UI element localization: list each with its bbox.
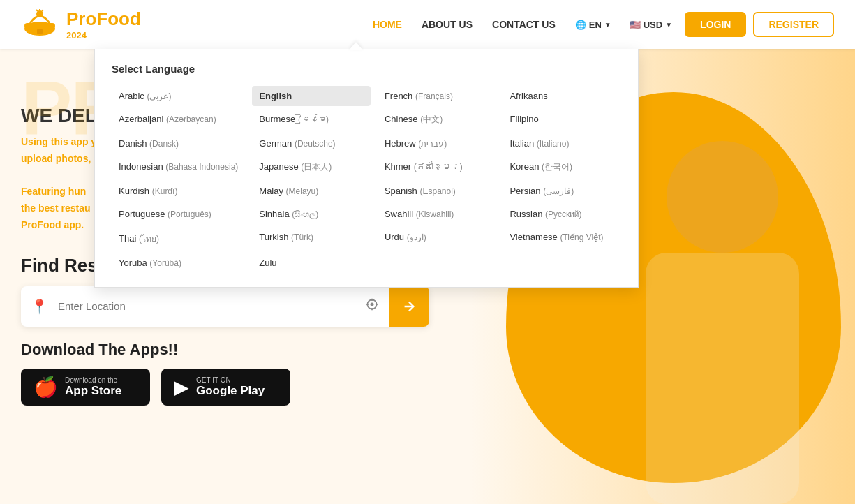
- chevron-down-icon-2: ▼: [665, 21, 672, 29]
- crosshair-icon: [365, 297, 379, 311]
- googleplay-small-text: GET IT ON: [196, 376, 265, 384]
- lang-item-zulu[interactable]: Zulu: [252, 253, 371, 273]
- lang-item-afrikaans[interactable]: Afrikaans: [503, 86, 621, 106]
- lang-item-khmer[interactable]: Khmer (ភាសាខ្មែរ): [378, 156, 496, 178]
- lang-item-russian[interactable]: Russian (Русский): [503, 204, 621, 224]
- nav-home[interactable]: HOME: [373, 19, 402, 30]
- appstore-small-text: Download on the: [65, 376, 121, 384]
- googleplay-big-text: Google Play: [196, 384, 265, 398]
- lang-item-urdu[interactable]: Urdu (اردو): [378, 227, 496, 250]
- lang-item-swahili[interactable]: Swahili (Kiswahili): [378, 204, 496, 224]
- currency-label: USD: [644, 20, 662, 30]
- svg-point-7: [667, 141, 778, 253]
- svg-point-2: [36, 10, 43, 17]
- apple-icon: 🍎: [34, 376, 58, 399]
- lang-item-japanese[interactable]: Japanese (日本人): [252, 156, 371, 178]
- lang-item-english[interactable]: English: [252, 86, 371, 106]
- nav-controls: 🌐 EN ▼ 🇺🇸 USD ▼ LOGIN REGISTER: [570, 12, 834, 37]
- appstore-big-text: App Store: [65, 384, 121, 398]
- navbar: ProFood 2024 HOME ABOUT US CONTACT US 🌐 …: [0, 0, 855, 49]
- logo-brand: ProFood: [66, 8, 141, 30]
- nav-contact[interactable]: CONTACT US: [492, 19, 556, 30]
- register-button[interactable]: REGISTER: [753, 12, 834, 37]
- language-dropdown: Select Language Arabic (عربي)EnglishFren…: [94, 49, 639, 288]
- lang-item-persian[interactable]: Persian (فارسی): [503, 181, 621, 201]
- gps-button[interactable]: [355, 297, 389, 315]
- svg-rect-8: [646, 253, 799, 504]
- lang-item-filipino[interactable]: Filipino: [503, 109, 621, 131]
- lang-item-danish[interactable]: Danish (Dansk): [112, 133, 245, 154]
- appstore-button[interactable]: 🍎 Download on the App Store: [21, 369, 150, 406]
- lang-item-french[interactable]: French (Français): [378, 86, 496, 106]
- lang-item-german[interactable]: German (Deutsche): [252, 133, 371, 154]
- location-pin-icon: 📍: [21, 298, 58, 315]
- login-button[interactable]: LOGIN: [685, 12, 746, 37]
- svg-rect-1: [24, 23, 55, 29]
- arrow-right-icon: [401, 299, 417, 314]
- language-button[interactable]: 🌐 EN ▼: [570, 15, 617, 34]
- lang-item-hebrew[interactable]: Hebrew (עברית): [378, 133, 496, 154]
- logo-text: ProFood 2024: [66, 8, 141, 40]
- svg-point-14: [371, 304, 373, 306]
- flag-icon: 🇺🇸: [630, 20, 641, 30]
- svg-rect-6: [37, 29, 43, 34]
- googleplay-icon: ▶: [174, 376, 189, 399]
- search-button[interactable]: [389, 286, 429, 327]
- logo-year: 2024: [66, 30, 141, 40]
- dropdown-arrow: [349, 42, 363, 50]
- nav-about[interactable]: ABOUT US: [422, 19, 473, 30]
- location-bar: 📍: [21, 286, 429, 327]
- lang-item-malay[interactable]: Malay (Melayu): [252, 181, 371, 201]
- lang-item-yoruba[interactable]: Yoruba (Yorùbá): [112, 253, 245, 273]
- download-section: Download The Apps!! 🍎 Download on the Ap…: [21, 341, 429, 406]
- lang-item-chinese[interactable]: Chinese (中文): [378, 109, 496, 131]
- lang-item-korean[interactable]: Korean (한국어): [503, 156, 621, 178]
- language-grid: Arabic (عربي)EnglishFrench (Français)Afr…: [112, 86, 621, 273]
- lang-item-thai[interactable]: Thai (ไทย): [112, 227, 245, 250]
- lang-item-turkish[interactable]: Turkish (Türk): [252, 227, 371, 250]
- logo-icon: [21, 6, 59, 44]
- currency-button[interactable]: 🇺🇸 USD ▼: [624, 15, 678, 34]
- lang-item-italian[interactable]: Italian (Italiano): [503, 133, 621, 154]
- lang-item-kurdish[interactable]: Kurdish (Kurdî): [112, 181, 245, 201]
- lang-item-indonesian[interactable]: Indonesian (Bahasa Indonesia): [112, 156, 245, 178]
- svg-line-4: [36, 10, 38, 11]
- chevron-down-icon: ▼: [604, 21, 611, 29]
- lang-item-vietnamese[interactable]: Vietnamese (Tiếng Việt): [503, 227, 621, 250]
- lang-item-portuguese[interactable]: Portuguese (Português): [112, 204, 245, 224]
- googleplay-button[interactable]: ▶ GET IT ON Google Play: [161, 369, 290, 406]
- location-input[interactable]: [58, 300, 355, 312]
- globe-icon: 🌐: [575, 20, 586, 30]
- dropdown-title: Select Language: [112, 63, 621, 75]
- download-title: Download The Apps!!: [21, 341, 429, 359]
- lang-label: EN: [589, 20, 602, 30]
- logo: ProFood 2024: [21, 6, 141, 44]
- svg-line-5: [42, 10, 43, 11]
- lang-item-spanish[interactable]: Spanish (Español): [378, 181, 496, 201]
- lang-item-arabic[interactable]: Arabic (عربي): [112, 86, 245, 106]
- lang-item-burmese[interactable]: Burmese (မြန်မာ): [252, 109, 371, 131]
- nav-links: HOME ABOUT US CONTACT US: [373, 19, 556, 30]
- lang-item-sinhala[interactable]: Sinhala (සිංහල): [252, 204, 371, 224]
- app-buttons: 🍎 Download on the App Store ▶ GET IT ON …: [21, 369, 429, 406]
- lang-item-azerbaijani[interactable]: Azerbaijani (Azərbaycan): [112, 109, 245, 131]
